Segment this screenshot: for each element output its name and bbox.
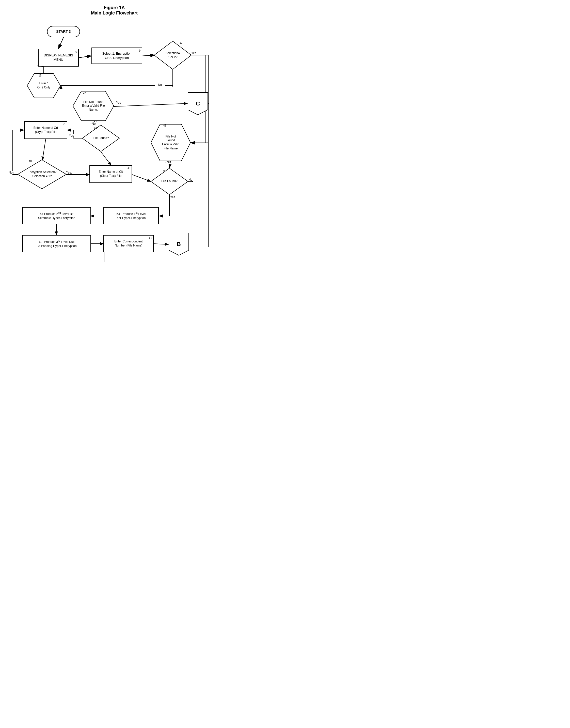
- node-b: B: [169, 233, 189, 256]
- node-21: 21 Enter Name of Crt(Crypt Text) File: [24, 121, 67, 139]
- node-12: 12 Selection=1 or 2?: [154, 41, 192, 70]
- svg-line-18: [154, 244, 169, 244]
- node-48: 48 File NotFoundEnter a ValidFile Name: [151, 124, 191, 161]
- svg-line-19: [114, 103, 188, 106]
- svg-line-13: [132, 175, 151, 182]
- figure-subtitle: Main Logic Flowchart: [5, 10, 224, 16]
- svg-line-3: [142, 55, 155, 56]
- flowchart-container: —No— Yes— └Yes— No↑ Yes. ↑No— Yes— No Ye…: [5, 18, 224, 298]
- node-18: 18 Encryption Selected?Selection = 1?: [17, 159, 67, 189]
- svg-line-6: [79, 56, 91, 58]
- label-no-n12: —No—: [155, 83, 165, 87]
- svg-line-10: [42, 139, 46, 160]
- label-yes-n12: Yes—: [191, 51, 199, 55]
- label-yes-n15: └Yes—: [67, 134, 77, 138]
- label-yes-n27: Yes—: [116, 101, 124, 104]
- figure-title: Figure 1A: [5, 5, 224, 10]
- node-27: 27 File Not FoundEnter a Valid FileName.: [72, 91, 114, 121]
- node-54: 54 Produce 1st LevelXor Hyper-Encryption: [103, 207, 159, 224]
- svg-line-1: [58, 37, 63, 49]
- svg-line-5: [58, 37, 63, 48]
- label-no-n51: No: [189, 178, 192, 182]
- label-yes-n51: Yes: [170, 195, 175, 199]
- label-yes-n18: Yes.: [66, 171, 72, 174]
- node-51: 51 File Found?: [151, 168, 189, 195]
- svg-line-7: [142, 55, 155, 56]
- node-60: 60 Produce 3rd Level NullBit Padding Hyp…: [22, 235, 91, 252]
- start-node: START 3: [47, 26, 80, 37]
- node-9: 9 Select 1. EncryptionOr 2. Decryption: [91, 47, 142, 64]
- node-61: 61 Enter CorrespondentNumber (File Name): [103, 235, 154, 252]
- svg-line-2: [79, 56, 91, 58]
- node-c: C: [188, 92, 208, 115]
- node-45: 45 Enter Name of Clt(Clear Text) File: [89, 165, 132, 183]
- node-15: 15 Enter 1Or 2 Only: [27, 73, 61, 98]
- node-57: 57 Produce 2nd Level BitScramble Hyper-E…: [22, 207, 91, 224]
- node-6: 6 DISPLAY NEMESISMENU: [38, 49, 79, 66]
- label-no-n18: No↑: [9, 171, 14, 174]
- node-24: 24 File Found?: [82, 125, 120, 152]
- svg-line-12: [101, 152, 111, 165]
